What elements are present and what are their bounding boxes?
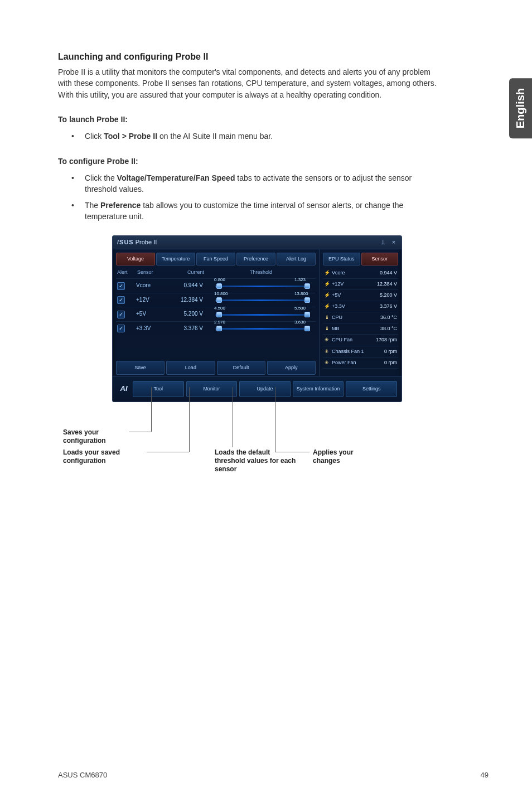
status-item: 🌡MB38.0 °C: [323, 323, 398, 335]
status-icon: ⚡: [324, 303, 330, 310]
threshold-hi-label: 1.323: [294, 277, 306, 283]
threshold-hi-handle[interactable]: [304, 326, 310, 331]
status-value: 38.0 °C: [378, 325, 397, 332]
threshold-hi-handle[interactable]: [304, 283, 310, 289]
threshold-lo-label: 2.970: [214, 319, 225, 326]
language-side-tab: English: [509, 78, 532, 138]
header-current: Current: [176, 269, 207, 276]
status-value: 3.376 V: [378, 303, 397, 310]
alert-checkbox[interactable]: [117, 325, 125, 332]
threshold-lo-handle[interactable]: [216, 283, 222, 289]
load-button[interactable]: Load: [166, 361, 215, 375]
config-item-1: Click the Voltage/Temperature/Fan Speed …: [71, 172, 441, 195]
status-name: +12V: [332, 281, 375, 288]
sensor-name: Vcore: [136, 282, 175, 290]
status-name: CPU: [332, 314, 378, 321]
callout-line: [151, 387, 152, 432]
probe-ii-window: /SUS Probe II ⊥ × VoltageTemperatureFan …: [112, 235, 402, 402]
tab-preference[interactable]: Preference: [236, 253, 275, 265]
app-title: Probe II: [136, 239, 157, 245]
status-item: ✳CPU Fan1708 rpm: [323, 335, 398, 346]
default-button[interactable]: Default: [217, 361, 265, 375]
right-tabs: EPU StatusSensor: [323, 253, 398, 265]
pin-icon[interactable]: ⊥: [380, 238, 386, 247]
bottom-tool-button[interactable]: Tool: [133, 381, 184, 397]
threshold-slider[interactable]: 4.5005.500: [206, 311, 315, 318]
status-name: Chassis Fan 1: [332, 348, 382, 355]
header-sensor: Sensor: [137, 269, 176, 276]
status-item: ⚡+5V5.200 V: [323, 290, 398, 301]
status-value: 1708 rpm: [374, 336, 397, 344]
threshold-lo-label: 4.500: [214, 305, 225, 312]
right-tab-sensor[interactable]: Sensor: [361, 253, 399, 265]
threshold-hi-label: 3.630: [294, 319, 306, 326]
status-value: 5.200 V: [378, 292, 397, 299]
bottom-system-information-button[interactable]: System Information: [293, 381, 344, 397]
launch-subhead: To launch Probe II:: [58, 114, 441, 125]
callout-save: Saves your configuration: [63, 428, 130, 445]
bottom-update-button[interactable]: Update: [239, 381, 291, 397]
status-item: ✳Power Fan0 rpm: [323, 357, 398, 369]
apply-button[interactable]: Apply: [267, 361, 316, 375]
close-icon[interactable]: ×: [390, 238, 397, 247]
status-name: +3.3V: [332, 303, 378, 310]
tab-temperature[interactable]: Temperature: [156, 253, 195, 265]
intro-paragraph: Probe II is a utility that monitors the …: [58, 66, 441, 100]
status-icon: ✳: [324, 359, 330, 366]
status-icon: 🌡: [324, 314, 330, 321]
text: Click: [85, 132, 104, 141]
status-icon: ⚡: [324, 281, 330, 288]
footer-model: ASUS CM6870: [58, 770, 107, 781]
callout-load: Loads your saved configuration: [63, 448, 147, 465]
right-tab-epu-status[interactable]: EPU Status: [323, 253, 360, 265]
sensor-name: +12V: [136, 296, 175, 305]
save-button[interactable]: Save: [116, 361, 165, 375]
app-bottom-bar: AI ToolMonitorUpdateSystem InformationSe…: [113, 376, 402, 402]
sensor-name: +5V: [136, 310, 175, 318]
threshold-hi-label: 5.500: [294, 305, 306, 312]
tabs-name: Voltage/Temperature/Fan Speed: [117, 173, 235, 182]
tab-fan-speed[interactable]: Fan Speed: [196, 253, 235, 265]
bottom-monitor-button[interactable]: Monitor: [186, 381, 238, 397]
title-bar: /SUS Probe II ⊥ ×: [113, 236, 402, 249]
alert-checkbox[interactable]: [117, 311, 125, 318]
status-item: ⚡Vcore0.944 V: [323, 268, 398, 279]
threshold-lo-handle[interactable]: [216, 312, 222, 317]
configure-subhead: To configure Probe II:: [58, 156, 441, 167]
brand-logo-text: /SUS: [117, 239, 134, 245]
status-value: 12.384 V: [375, 281, 397, 288]
threshold-hi-handle[interactable]: [304, 297, 310, 303]
asus-logo-icon: AI: [117, 384, 130, 394]
tab-voltage[interactable]: Voltage: [116, 253, 155, 265]
status-icon: ⚡: [324, 292, 330, 299]
tab-alert-log[interactable]: Alert Log: [277, 253, 316, 265]
threshold-lo-handle[interactable]: [216, 326, 222, 331]
configure-list: Click the Voltage/Temperature/Fan Speed …: [58, 172, 441, 222]
right-pane: EPU StatusSensor ⚡Vcore0.944 V⚡+12V12.38…: [319, 249, 402, 376]
window-controls: ⊥ ×: [378, 238, 397, 247]
status-value: 0 rpm: [382, 359, 397, 366]
threshold-slider[interactable]: 0.8001.323: [206, 282, 315, 290]
threshold-lo-handle[interactable]: [216, 297, 222, 303]
pref-name: Preference: [100, 201, 141, 210]
status-name: +5V: [332, 292, 378, 299]
alert-checkbox[interactable]: [117, 296, 125, 304]
threshold-hi-handle[interactable]: [304, 312, 310, 317]
threshold-slider[interactable]: 10.80013.800: [206, 296, 315, 304]
alert-checkbox[interactable]: [117, 282, 125, 290]
sensor-current: 12.384 V: [175, 296, 206, 305]
screenshot-wrap: /SUS Probe II ⊥ × VoltageTemperatureFan …: [93, 235, 405, 402]
status-name: MB: [332, 325, 378, 332]
status-value: 0 rpm: [382, 348, 397, 355]
sensor-name: +3.3V: [136, 325, 175, 333]
title-left: /SUS Probe II: [117, 238, 157, 247]
header-alert: Alert: [117, 269, 137, 276]
status-list: ⚡Vcore0.944 V⚡+12V12.384 V⚡+5V5.200 V⚡+3…: [323, 268, 398, 368]
status-item: ⚡+3.3V3.376 V: [323, 301, 398, 312]
launch-item: Click Tool > Probe II on the AI Suite II…: [71, 131, 441, 142]
bottom-settings-button[interactable]: Settings: [346, 381, 397, 397]
footer-page-number: 49: [481, 770, 489, 781]
status-icon: ⚡: [324, 269, 330, 277]
threshold-slider[interactable]: 2.9703.630: [206, 325, 315, 332]
status-value: 36.0 °C: [378, 314, 397, 321]
